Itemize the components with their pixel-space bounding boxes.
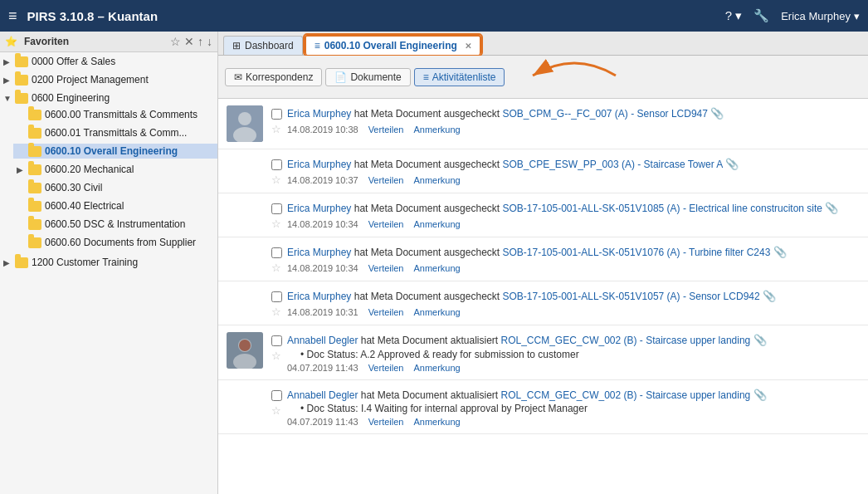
activity-anmerkung-7[interactable]: Anmerkung xyxy=(413,417,460,427)
toggle-training[interactable]: ▶ xyxy=(3,258,15,267)
activity-content-3: ☆ Erica Murphey hat Meta Document ausgec… xyxy=(271,200,860,230)
activity-user-2[interactable]: Erica Murphey xyxy=(287,159,351,170)
svg-point-7 xyxy=(239,340,251,351)
activity-controls-2: ☆ xyxy=(271,156,282,186)
activity-meta-1: 14.08.2019 10:38 Verteilen Anmerkung xyxy=(287,125,724,135)
activity-star-5[interactable]: ☆ xyxy=(271,306,282,318)
activity-text-7: Annabell Degler hat Meta Document aktual… xyxy=(287,387,767,404)
activity-verteilen-3[interactable]: Verteilen xyxy=(368,219,404,229)
activity-user-7[interactable]: Annabell Degler xyxy=(287,389,358,401)
sidebar-down-icon[interactable]: ↓ xyxy=(207,35,212,48)
activity-doc-link-2[interactable]: SOB_CPE_ESW_PP_003 (A) - Staircase Tower… xyxy=(502,159,722,170)
activity-doc-link-7[interactable]: ROL_CCM_GEC_CW_002 (B) - Staircase upper… xyxy=(500,389,750,401)
tree-item-eng-elec[interactable]: 0600.40 Electrical xyxy=(13,197,217,215)
activity-star-7[interactable]: ☆ xyxy=(271,404,282,417)
activity-content-2: ☆ Erica Murphey hat Meta Document ausgec… xyxy=(271,156,860,186)
activity-checkbox-2[interactable] xyxy=(271,159,282,170)
dokumente-button[interactable]: 📄 Dokumente xyxy=(325,68,410,86)
wrench-icon[interactable]: 🔧 xyxy=(753,8,769,23)
tab-dashboard-label: Dashboard xyxy=(245,40,294,51)
activity-content-5: ☆ Erica Murphey hat Meta Document ausgec… xyxy=(271,288,860,318)
activity-item-5: ☆ Erica Murphey hat Meta Document ausgec… xyxy=(218,281,868,325)
tree-item-pm[interactable]: ▶ 0200 Project Management xyxy=(0,71,217,89)
folder-icon-eng-overall xyxy=(28,146,41,157)
tree-label-eng-elec: 0600.40 Electrical xyxy=(45,200,124,212)
aktivitaetenliste-button[interactable]: ≡ Aktivitätenliste xyxy=(414,68,505,86)
activity-verteilen-1[interactable]: Verteilen xyxy=(368,125,404,135)
activity-star-3[interactable]: ☆ xyxy=(271,218,282,230)
activity-checkbox-5[interactable] xyxy=(271,291,282,302)
tree-item-eng-dsc[interactable]: 0600.50 DSC & Instrumentation xyxy=(13,215,217,233)
activity-doc-link-1[interactable]: SOB_CPM_G--_FC_007 (A) - Sensor LCD947 xyxy=(502,108,707,120)
activity-anmerkung-3[interactable]: Anmerkung xyxy=(413,219,460,229)
activity-checkbox-6[interactable] xyxy=(271,335,282,346)
activity-anmerkung-4[interactable]: Anmerkung xyxy=(413,263,460,273)
activity-text-container-6: Annabell Degler hat Meta Document aktual… xyxy=(287,332,767,373)
tree-item-eng-trans2[interactable]: 0600.01 Transmittals & Comm... xyxy=(13,124,217,142)
tree-item-eng-mech[interactable]: ▶ 0600.20 Mechanical xyxy=(13,160,217,179)
action-bar: ✉ Korrespondenz 📄 Dokumente ≡ Aktivitäte… xyxy=(218,56,868,99)
activity-controls-7: ☆ xyxy=(271,387,282,417)
help-button[interactable]: ? ▾ xyxy=(725,8,743,23)
korrespondenz-button[interactable]: ✉ Korrespondenz xyxy=(225,68,322,86)
sidebar-add-icon[interactable]: ☆ xyxy=(170,35,181,48)
activity-star-2[interactable]: ☆ xyxy=(271,174,282,186)
tree-item-offer[interactable]: ▶ 0000 Offer & Sales xyxy=(0,52,217,71)
activity-user-4[interactable]: Erica Murphey xyxy=(287,247,351,258)
activity-checkbox-1[interactable] xyxy=(271,109,282,120)
tree-item-eng-overall[interactable]: 0600.10 Overall Engineering xyxy=(13,142,217,160)
svg-point-2 xyxy=(238,112,251,125)
folder-icon-eng xyxy=(15,93,28,104)
activity-main-row-2: ☆ Erica Murphey hat Meta Document ausgec… xyxy=(271,156,860,186)
activity-doc-link-5[interactable]: SOB-17-105-001-ALL-SK-051V1057 (A) - Sen… xyxy=(502,291,759,302)
activity-checkbox-4[interactable] xyxy=(271,247,282,258)
activity-anmerkung-1[interactable]: Anmerkung xyxy=(413,125,460,135)
activity-verteilen-7[interactable]: Verteilen xyxy=(368,417,404,427)
tree-item-eng-civil[interactable]: 0600.30 Civil xyxy=(13,179,217,197)
folder-icon-offer xyxy=(15,56,28,67)
toggle-eng[interactable]: ▼ xyxy=(3,94,15,103)
sidebar-up-icon[interactable]: ↑ xyxy=(197,35,203,48)
activity-anmerkung-2[interactable]: Anmerkung xyxy=(413,175,460,185)
activity-star-4[interactable]: ☆ xyxy=(271,262,282,274)
activity-user-3[interactable]: Erica Murphey xyxy=(287,203,351,214)
toggle-pm[interactable]: ▶ xyxy=(3,76,15,85)
clip-icon-5: 📎 xyxy=(763,290,776,302)
activity-star-1[interactable]: ☆ xyxy=(271,123,282,135)
tree-item-eng[interactable]: ▼ 0600 Engineering 0600.00 Transmittals … xyxy=(0,89,217,253)
main-layout: ⭐ Favoriten ☆ ✕ ↑ ↓ ▶ 0000 Offer & Sales xyxy=(0,32,868,494)
aktivitaetenliste-icon: ≡ xyxy=(423,71,429,83)
activity-verteilen-6[interactable]: Verteilen xyxy=(368,363,404,373)
tree-item-eng-docs[interactable]: 0600.60 Documents from Supplier xyxy=(13,233,217,252)
activity-doc-link-3[interactable]: SOB-17-105-001-ALL-SK-051V1085 (A) - Ele… xyxy=(502,203,822,214)
activity-date-3: 14.08.2019 10:34 xyxy=(287,219,358,229)
tree-item-training[interactable]: ▶ 1200 Customer Training xyxy=(0,253,217,271)
tab-overall-eng[interactable]: ≡ 0600.10 Overall Engineering ✕ xyxy=(305,35,481,55)
activity-anmerkung-6[interactable]: Anmerkung xyxy=(413,363,460,373)
activity-doc-link-4[interactable]: SOB-17-105-001-ALL-SK-051V1076 (A) - Tur… xyxy=(502,247,770,258)
activity-action-4: hat Meta Document ausgecheckt xyxy=(354,247,503,258)
activity-checkbox-7[interactable] xyxy=(271,390,282,401)
activity-content-6: ☆ Annabell Degler hat Meta Document aktu… xyxy=(271,332,860,373)
activity-star-6[interactable]: ☆ xyxy=(271,350,282,362)
activity-anmerkung-5[interactable]: Anmerkung xyxy=(413,307,460,317)
activity-verteilen-2[interactable]: Verteilen xyxy=(368,175,404,185)
activity-verteilen-5[interactable]: Verteilen xyxy=(368,307,404,317)
activity-user-5[interactable]: Erica Murphey xyxy=(287,291,351,302)
activity-checkbox-3[interactable] xyxy=(271,203,282,214)
toggle-offer[interactable]: ▶ xyxy=(3,57,15,66)
tree-label-eng-overall: 0600.10 Overall Engineering xyxy=(45,145,178,157)
sidebar-remove-icon[interactable]: ✕ xyxy=(184,35,194,48)
activity-user-1[interactable]: Erica Murphey xyxy=(287,108,351,120)
activity-text-5: Erica Murphey hat Meta Document ausgeche… xyxy=(287,288,776,305)
toggle-eng-mech[interactable]: ▶ xyxy=(17,165,28,174)
user-menu[interactable]: Erica Murphey ▾ xyxy=(781,10,860,22)
activity-user-6[interactable]: Annabell Degler xyxy=(287,335,358,346)
activity-verteilen-4[interactable]: Verteilen xyxy=(368,263,404,273)
tab-dashboard[interactable]: ⊞ Dashboard xyxy=(223,36,303,55)
tree-item-eng-trans[interactable]: 0600.00 Transmittals & Comments xyxy=(13,105,217,124)
activity-bullet-6: Doc Status: A.2 Approved & ready for sub… xyxy=(287,349,767,360)
activity-doc-link-6[interactable]: ROL_CCM_GEC_CW_002 (B) - Staircase upper… xyxy=(500,335,750,346)
tab-close-icon[interactable]: ✕ xyxy=(465,42,471,51)
menu-icon[interactable]: ≡ xyxy=(8,7,17,25)
